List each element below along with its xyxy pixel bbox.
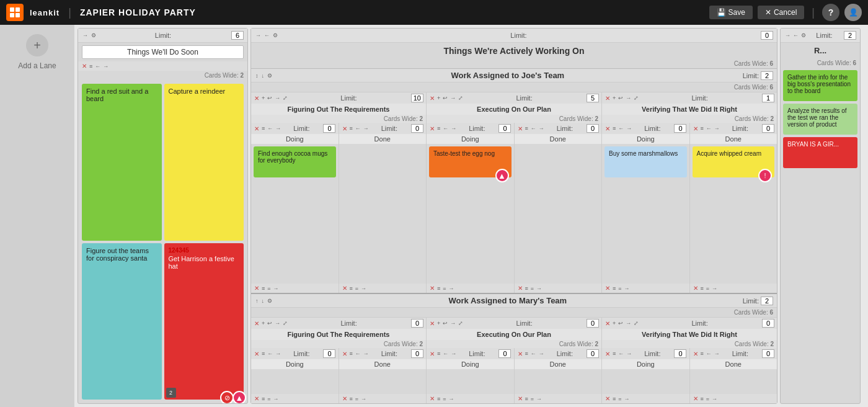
overdue-icon: ▲: [232, 391, 246, 403]
arr-r-icon[interactable]: →: [275, 125, 281, 132]
arrow-icon[interactable]: →: [255, 32, 262, 38]
close-icon2[interactable]: ✕: [254, 95, 260, 102]
card-bryan[interactable]: BRYAN IS A GIR...: [783, 137, 857, 168]
expand-icon[interactable]: ↕: [255, 73, 259, 79]
close-icon4[interactable]: ✕: [254, 285, 260, 292]
mary-limit[interactable]: 2: [761, 297, 773, 305]
app-logo: [6, 4, 24, 21]
mary-figuring-title: Figuring Out The Requirements: [251, 329, 426, 340]
fig-doing-limit[interactable]: 0: [323, 124, 335, 133]
card-analyze[interactable]: Analyze the results of the test we ran t…: [783, 104, 857, 135]
exec-doing-col: ✕ ≡ ← → Limit: 0 Doing: [427, 123, 515, 293]
figuring-title: Figuring Out The Requirements: [251, 104, 426, 115]
settings-icon2[interactable]: ⚙: [272, 32, 278, 38]
exec-columns: ✕ ≡ ← → Limit: 0 Doing: [427, 123, 601, 293]
card-eggnnog[interactable]: Taste-test the egg nog ▲: [429, 146, 512, 177]
undo-icon[interactable]: ↩: [267, 95, 273, 102]
arrow-down-icon2[interactable]: ↓: [261, 298, 265, 304]
exec-limit[interactable]: 5: [587, 94, 599, 102]
save-button[interactable]: 💾 Save: [709, 6, 753, 19]
close-icon[interactable]: ✕: [81, 63, 87, 69]
settings-icon3[interactable]: ⚙: [267, 73, 273, 79]
executing-title: Executing On Our Plan: [427, 104, 601, 115]
figuring-cards-wide: Cards Wide: 2: [251, 115, 426, 123]
save-icon: 💾: [717, 8, 726, 17]
mary-verify-limit[interactable]: 0: [762, 319, 774, 328]
lane-first-title-input[interactable]: [82, 45, 244, 59]
fig-done-limit[interactable]: 0: [411, 124, 423, 133]
card-red-suit[interactable]: Find a red suit and a beard: [82, 84, 162, 241]
expand-icon2[interactable]: ⤢: [282, 95, 288, 102]
arrow-icon2[interactable]: ←: [264, 32, 270, 38]
mary-verify-doing-cards: [602, 369, 689, 394]
main-limit-value[interactable]: 0: [761, 31, 773, 40]
exec-doing-title: Doing: [427, 134, 514, 144]
arrow-right-icon[interactable]: →: [82, 32, 89, 38]
card-marshmallows[interactable]: Buy some marshmallows: [604, 146, 687, 177]
figuring-doing-footer: ✕ ≡ = →: [251, 284, 339, 293]
card-harrison[interactable]: 124345 Get Harrison a festive hat 2 ▲ ⊘: [164, 243, 244, 400]
bar-icon2[interactable]: ≡: [261, 125, 265, 132]
joe-header: ↕ ↓ ⚙ Work Assigned to Joe's Team Limit:…: [251, 69, 777, 83]
cancel-icon: ✕: [765, 8, 771, 17]
arrow-left-icon[interactable]: ←: [94, 63, 101, 69]
cancel-button[interactable]: ✕ Cancel: [758, 6, 804, 19]
bar-icon3[interactable]: ≡: [261, 285, 265, 292]
right-limit[interactable]: 2: [844, 31, 856, 40]
limit-label: Limit:: [155, 32, 173, 39]
verifying-title: Verifying That We Did It Right: [602, 104, 777, 115]
arrow-down-icon[interactable]: ↓: [261, 73, 265, 79]
bar-icon[interactable]: ≡: [89, 63, 93, 69]
mary-figuring-section: ✕ + ↩ → ⤢ Limit: 0 Figuring Out The Requ…: [251, 318, 427, 403]
arr-r-icon2[interactable]: →: [273, 285, 280, 292]
card-teams[interactable]: Figure out the teams for conspiracy sant…: [82, 243, 162, 400]
close-icon3[interactable]: ✕: [254, 125, 260, 132]
arr-l-icon[interactable]: ←: [267, 125, 273, 132]
exec-cards-wide: Cards Wide: 2: [427, 115, 601, 123]
header-left: leankit | ZAPIER HOLIDAY PARTY: [6, 4, 196, 21]
lane-first-controls: → ⚙: [82, 32, 97, 38]
verifying-section: ✕ + ↩ → ⤢ Limit: 1 Verifying That We Did…: [602, 92, 777, 293]
mary-section: ↑ ↓ ⚙ Work Assigned to Mary's Team Limit…: [251, 293, 777, 403]
app-name: leankit: [30, 8, 60, 17]
arrow-up-icon[interactable]: ↑: [255, 298, 259, 304]
verify-limit[interactable]: 1: [762, 94, 774, 102]
mary-exec-limit[interactable]: 0: [587, 319, 599, 328]
limit-value[interactable]: 6: [231, 31, 244, 40]
board: → ⚙ Limit: 6 ✕ ≡ ← → Cards Wide: 2 Find …: [74, 25, 868, 407]
card-reindeer[interactable]: Capture a reindeer: [164, 84, 244, 241]
cards-wide-first: Cards Wide: 2: [78, 71, 247, 80]
verify-doing-title: Doing: [602, 134, 689, 144]
figuring-done-footer: ✕ ≡ = →: [339, 284, 427, 293]
joe-cards-wide: Cards Wide: 6: [251, 83, 777, 92]
settings-icon[interactable]: ⚙: [91, 32, 97, 38]
card-gather-info[interactable]: Gather the info for the big boss's prese…: [783, 70, 857, 101]
arrow-right-icon2[interactable]: →: [102, 63, 109, 69]
header-right: 💾 Save ✕ Cancel | ? 👤: [709, 4, 862, 21]
eq-icon[interactable]: =: [267, 285, 271, 292]
joe-limit[interactable]: 2: [761, 71, 773, 80]
right-lane-title: R...: [781, 43, 860, 58]
mary-sub-sections: ✕ + ↩ → ⤢ Limit: 0 Figuring Out The Requ…: [251, 317, 777, 403]
mary-fig-limit[interactable]: 0: [411, 319, 423, 328]
add-lane-button[interactable]: + Add a Lane: [18, 34, 56, 70]
arrow-r-icon[interactable]: →: [274, 95, 281, 102]
header: leankit | ZAPIER HOLIDAY PARTY 💾 Save ✕ …: [0, 0, 868, 25]
card-cocoa[interactable]: Find enough cocoa mugs for everybody: [254, 146, 336, 177]
exec-done-limit[interactable]: 0: [587, 124, 599, 133]
figuring-limit[interactable]: 10: [411, 94, 423, 102]
exec-doing-limit[interactable]: 0: [498, 124, 511, 133]
verify-doing-limit[interactable]: 0: [674, 124, 686, 133]
plus-icon[interactable]: +: [261, 95, 265, 102]
lane-main-header: → ← ⚙ Limit: 0: [251, 29, 777, 43]
verify-done-limit[interactable]: 0: [762, 124, 774, 133]
settings-icon4[interactable]: ⚙: [267, 298, 273, 304]
help-button[interactable]: ?: [822, 4, 839, 21]
avatar[interactable]: 👤: [844, 4, 862, 21]
right-lane-cards: Gather the info for the big boss's prese…: [781, 68, 860, 171]
lane-first: → ⚙ Limit: 6 ✕ ≡ ← → Cards Wide: 2 Find …: [78, 28, 248, 404]
card-whipped-cream[interactable]: Acquire whipped cream !: [693, 146, 775, 177]
joe-controls: ↕ ↓ ⚙: [255, 73, 273, 79]
verify-done-col: ✕ ≡ ← → Limit: 0 Done: [690, 123, 777, 293]
right-lane-header: → ← ⚙ Limit: 2: [781, 29, 860, 43]
